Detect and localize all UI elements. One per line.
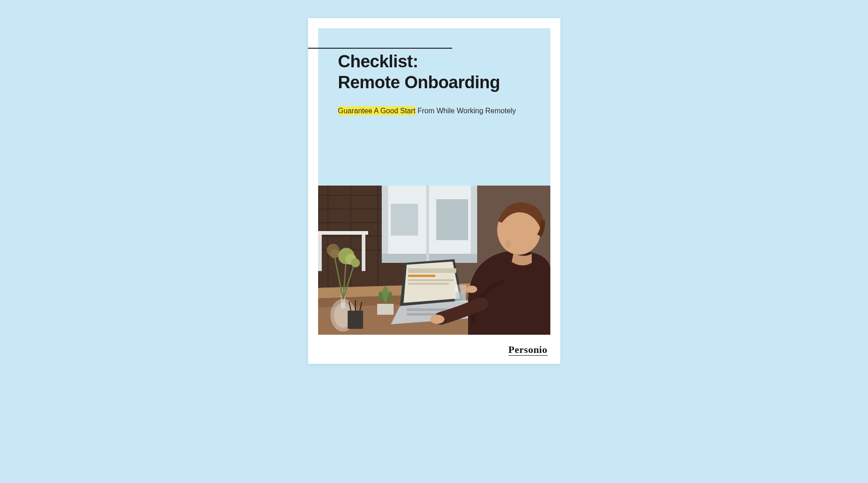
svg-point-53 (466, 286, 477, 293)
svg-point-31 (330, 249, 339, 258)
title-block: Checklist: Remote Onboarding (318, 28, 550, 93)
svg-marker-41 (404, 262, 460, 303)
svg-rect-35 (348, 311, 363, 329)
subtitle-rest: From While Working Remotely (415, 107, 516, 115)
svg-rect-19 (318, 235, 322, 271)
brand-logo: Personio (509, 344, 548, 356)
svg-rect-9 (377, 186, 379, 295)
svg-rect-16 (436, 199, 468, 240)
hero-image (318, 186, 550, 335)
document-title: Checklist: Remote Onboarding (338, 51, 530, 93)
svg-rect-13 (471, 186, 477, 263)
svg-point-55 (505, 239, 511, 248)
svg-rect-43 (408, 275, 435, 277)
svg-rect-17 (391, 204, 418, 236)
document-page: Checklist: Remote Onboarding Guarantee A… (308, 18, 560, 364)
svg-rect-7 (327, 186, 329, 295)
svg-point-52 (430, 315, 444, 324)
svg-rect-18 (318, 231, 368, 235)
svg-rect-39 (377, 304, 394, 315)
subtitle-highlight: Guarantee A Good Start (338, 106, 416, 115)
document-subtitle: Guarantee A Good Start From While Workin… (338, 106, 530, 116)
svg-rect-15 (426, 186, 429, 263)
title-line-2: Remote Onboarding (338, 73, 500, 92)
svg-rect-12 (382, 186, 388, 263)
svg-rect-45 (408, 283, 449, 285)
hero-illustration-icon (318, 186, 550, 335)
document-footer: Personio (318, 335, 550, 356)
svg-point-34 (351, 258, 360, 267)
subtitle-block: Guarantee A Good Start From While Workin… (318, 93, 550, 116)
horizontal-rule (308, 48, 452, 49)
title-line-1: Checklist: (338, 52, 419, 71)
svg-rect-42 (408, 268, 456, 273)
svg-rect-20 (362, 235, 365, 271)
svg-rect-44 (408, 279, 454, 281)
document-inner: Checklist: Remote Onboarding Guarantee A… (318, 28, 550, 335)
svg-rect-50 (455, 292, 465, 301)
